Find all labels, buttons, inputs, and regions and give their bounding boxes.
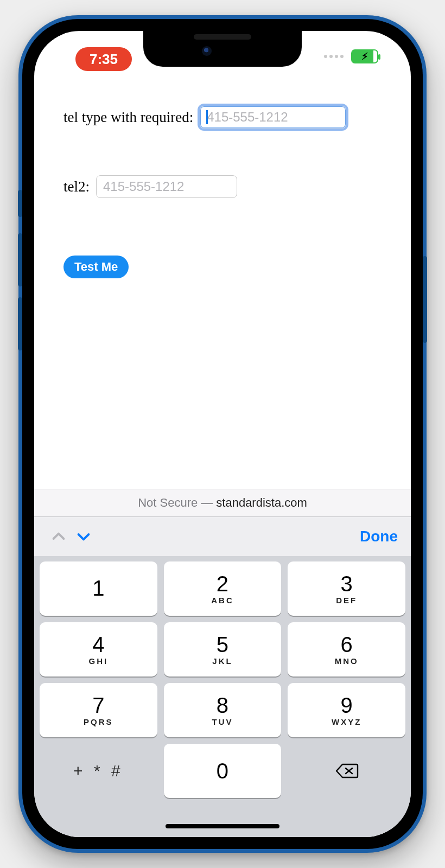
keypad-key-0[interactable]: 0 [164,744,282,798]
tel1-label: tel type with required: [63,109,193,126]
phone-keypad: 1 2 ABC 3 DEF 4 GHI [34,556,411,837]
keypad-letters: JKL [212,656,232,666]
not-secure-label: Not Secure — [138,496,213,510]
keypad-key-2[interactable]: 2 ABC [164,561,282,616]
volume-up-button[interactable] [18,233,22,286]
tel2-input[interactable] [96,175,237,198]
mute-switch[interactable] [18,190,22,217]
keypad-letters: WXYZ [332,717,361,726]
text-caret [206,110,208,124]
keypad-letters: GHI [88,656,108,666]
keypad-digit: 7 [92,694,104,716]
device-notch [143,31,302,67]
keypad-digit: 5 [217,634,228,655]
keypad-symbols-key[interactable]: + * # [40,744,157,798]
keypad-digit: 3 [341,573,353,595]
tel2-label: tel2: [63,178,90,195]
recording-time-pill[interactable]: 7:35 [75,47,132,71]
prev-field-button [46,524,71,549]
battery-charging-icon: ⚡︎ [351,49,378,63]
keypad-digit: 4 [92,634,104,655]
keypad-letters: TUV [212,717,233,726]
cellular-signal-icon [324,55,344,58]
keypad-key-7[interactable]: 7 PQRS [40,683,157,737]
keypad-digit: 0 [217,760,228,782]
keypad-letters: DEF [336,596,357,605]
webpage-content: tel type with required: tel2: Test Me [34,76,411,489]
keypad-backspace-key[interactable] [288,744,405,798]
keypad-digit: 6 [341,634,353,655]
keypad-key-6[interactable]: 6 MNO [288,622,405,676]
keypad-letters: ABC [211,596,234,605]
keyboard-done-button[interactable]: Done [360,528,398,545]
browser-url-bar[interactable]: Not Secure — standardista.com [34,489,411,517]
phone-chassis: 7:35 ⚡︎ tel type with required: [18,15,427,853]
home-indicator[interactable] [166,824,279,828]
keypad-letters: MNO [335,656,359,666]
keypad-key-8[interactable]: 8 TUV [164,683,282,737]
keypad-digit: 1 [92,577,104,599]
keypad-letters: PQRS [84,717,113,726]
tel1-input[interactable] [200,106,346,129]
volume-down-button[interactable] [18,297,22,350]
keypad-key-9[interactable]: 9 WXYZ [288,683,405,737]
backspace-icon [335,762,359,780]
next-field-button[interactable] [71,524,96,549]
power-button[interactable] [423,256,427,343]
keypad-key-4[interactable]: 4 GHI [40,622,157,676]
test-me-button[interactable]: Test Me [63,256,129,278]
keypad-key-1[interactable]: 1 [40,561,157,616]
keyboard-accessory-bar: Done [34,517,411,556]
url-domain: standardista.com [216,496,307,510]
keypad-digit: 2 [217,573,228,595]
keypad-key-5[interactable]: 5 JKL [164,622,282,676]
keypad-digit: 8 [217,694,228,716]
keypad-key-3[interactable]: 3 DEF [288,561,405,616]
keypad-digit: 9 [341,694,353,716]
